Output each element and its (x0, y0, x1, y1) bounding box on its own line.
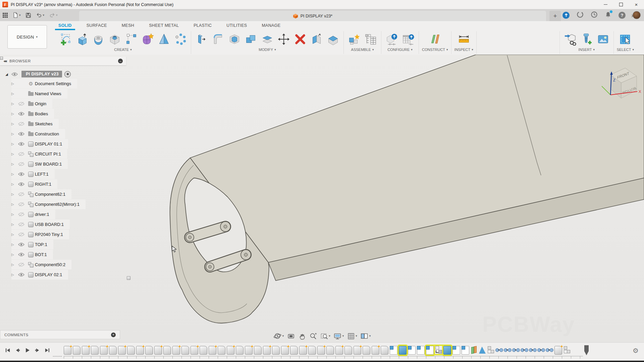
timeline-feature[interactable] (100, 346, 108, 355)
visibility-eye-icon[interactable] (18, 222, 27, 227)
job-status-button[interactable] (577, 11, 584, 19)
comments-bar[interactable]: COMMENTS + (0, 330, 120, 339)
timeline-go-to-end-button[interactable] (45, 348, 50, 353)
visibility-eye-icon[interactable] (11, 72, 20, 76)
ribbon-tab[interactable]: MESH (121, 22, 135, 29)
undo-button[interactable]: ▾ (36, 12, 45, 18)
tree-item[interactable]: ▷ ⚙ RP2040 Tiny:1 (11, 230, 69, 239)
expand-arrow-icon[interactable]: ▷ (11, 92, 18, 96)
collapse-panel-icon[interactable]: ◀◀ (3, 60, 6, 63)
shell-button[interactable] (227, 32, 242, 47)
look-at-button[interactable] (287, 332, 295, 340)
timeline-go-to-start-button[interactable] (5, 348, 10, 353)
create-form-button[interactable] (140, 32, 155, 47)
tree-item[interactable]: ▷ ⚙ USB BOARD:1 (11, 220, 70, 229)
app-grid-button[interactable] (3, 13, 8, 18)
tree-item[interactable]: ▷ ⚙ Document Settings (11, 79, 77, 88)
joint-button[interactable] (363, 32, 378, 47)
expand-arrow-icon[interactable]: ▷ (11, 273, 18, 277)
timeline-feature[interactable] (487, 346, 494, 354)
timeline-feature[interactable] (479, 346, 486, 354)
timeline-feature[interactable] (504, 346, 511, 354)
timeline-feature[interactable] (209, 346, 216, 355)
visibility-eye-icon[interactable] (18, 142, 27, 146)
ribbon-tab[interactable]: PLASTIC (193, 22, 212, 29)
extensions-button[interactable] (562, 12, 570, 19)
expand-arrow-icon[interactable]: ▷ (11, 253, 18, 256)
move-copy-button[interactable] (276, 32, 291, 47)
split-body-button[interactable] (260, 32, 275, 47)
tree-item[interactable]: ▷ ⚙ BOT:1 (11, 250, 53, 259)
timeline-feature[interactable] (513, 346, 520, 354)
timeline-feature[interactable] (299, 346, 307, 355)
visibility-eye-icon[interactable] (18, 132, 27, 136)
timeline-step-forward-button[interactable] (35, 348, 40, 353)
expand-arrow-icon[interactable]: ▷ (11, 223, 18, 226)
timeline-feature[interactable] (245, 346, 253, 355)
tree-item[interactable]: ▷ ⚙ Component62(Mirror):1 (11, 199, 86, 209)
timeline-feature[interactable] (417, 346, 425, 355)
timeline-feature[interactable] (218, 346, 225, 355)
visibility-eye-icon[interactable] (18, 273, 27, 277)
timeline-feature[interactable] (317, 346, 325, 355)
tree-root-item[interactable]: ◢ PI DISPLAY v23 (5, 69, 131, 79)
timeline-feature[interactable] (372, 346, 379, 355)
timeline-feature[interactable] (435, 346, 442, 354)
timeline-feature[interactable] (344, 346, 352, 355)
pattern-rectangular-button[interactable] (124, 32, 139, 47)
expand-arrow-icon[interactable]: ▷ (11, 132, 18, 136)
viewport-canvas[interactable]: PCBWay (0, 55, 644, 342)
history-button[interactable] (591, 11, 598, 19)
revolve-button[interactable] (91, 32, 106, 47)
timeline-feature[interactable] (109, 346, 117, 355)
timeline-feature[interactable] (496, 346, 503, 354)
timeline-feature[interactable] (335, 346, 343, 355)
timeline-feature[interactable] (145, 346, 153, 355)
visibility-eye-icon[interactable] (18, 182, 27, 186)
modify-group-label[interactable]: MODIFY▾ (259, 48, 276, 52)
view-cube[interactable]: FRONT BOTTOM X Z (600, 62, 641, 102)
timeline-feature[interactable] (227, 346, 234, 355)
expand-arrow-icon[interactable]: ▷ (11, 213, 18, 216)
select-button[interactable] (618, 32, 633, 47)
timeline-settings-button[interactable]: ⚙ (633, 347, 639, 355)
timeline-feature[interactable] (326, 346, 334, 355)
timeline-feature[interactable] (91, 346, 99, 355)
timeline-feature[interactable] (272, 346, 280, 355)
configuration-table-button[interactable] (401, 32, 416, 47)
tree-item[interactable]: ▷ ⚙ Component50:2 (11, 260, 71, 269)
ribbon-tab[interactable]: UTILITIES (226, 22, 248, 29)
timeline-feature[interactable] (263, 346, 271, 355)
construct-plane-button[interactable] (428, 32, 442, 47)
timeline-feature[interactable] (254, 346, 262, 355)
tree-item[interactable]: ▷ ⚙ driver:1 (11, 209, 55, 219)
insert-fastener-button[interactable] (579, 32, 594, 47)
visibility-eye-icon[interactable] (18, 162, 27, 166)
expand-arrow-icon[interactable]: ▷ (11, 243, 18, 246)
viewports-button[interactable]: ▾ (360, 332, 371, 340)
tree-item[interactable]: ▷ ⚙ Named Views (11, 89, 67, 99)
timeline-feature[interactable] (163, 346, 171, 355)
hole-button[interactable] (107, 32, 122, 47)
tree-item[interactable]: ▷ ⚙ LEFT:1 (11, 169, 55, 179)
timeline-feature[interactable] (118, 346, 126, 355)
timeline-feature[interactable] (82, 346, 90, 355)
tree-item[interactable]: ▷ ⚙ Bodies (11, 109, 54, 119)
expand-arrow-icon[interactable]: ▷ (11, 152, 18, 156)
expand-arrow-icon[interactable]: ▷ (11, 192, 18, 196)
draft-button[interactable] (309, 32, 324, 47)
expand-arrow-icon[interactable]: ▷ (11, 102, 18, 106)
tree-item[interactable]: ▷ ⚙ Component62:1 (11, 189, 71, 199)
timeline-feature[interactable] (308, 346, 316, 355)
timeline-feature[interactable] (363, 346, 370, 355)
orbit-button[interactable]: ▾ (273, 332, 284, 340)
expand-arrow-icon[interactable]: ▷ (11, 142, 18, 146)
expand-arrow-icon[interactable]: ▷ (11, 162, 18, 166)
ribbon-tab[interactable]: SHEET METAL (148, 22, 179, 29)
timeline-ruler[interactable] (64, 356, 583, 359)
assemble-group-label[interactable]: ASSEMBLE▾ (351, 48, 374, 52)
insert-canvas-button[interactable] (596, 32, 610, 47)
tree-item[interactable]: ▷ ⚙ RIGHT:1 (11, 179, 57, 189)
measure-button[interactable] (457, 32, 471, 47)
timeline-feature[interactable] (236, 346, 244, 355)
